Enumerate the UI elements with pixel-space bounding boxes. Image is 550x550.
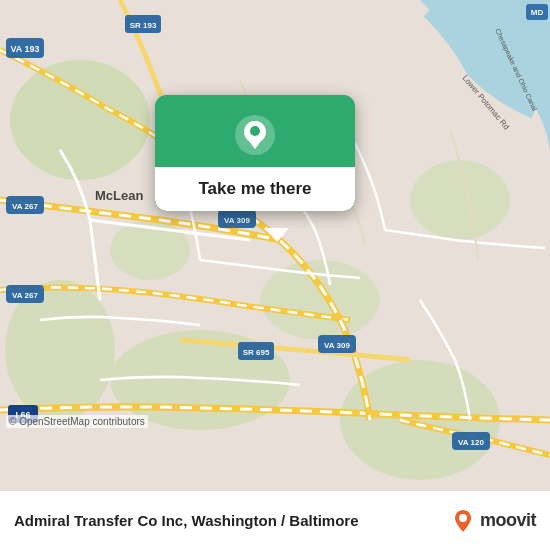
- popup-card[interactable]: Take me there: [155, 95, 355, 211]
- svg-text:SR 695: SR 695: [243, 348, 270, 357]
- svg-text:VA 193: VA 193: [10, 44, 39, 54]
- svg-text:McLean: McLean: [95, 188, 143, 203]
- svg-text:VA 267: VA 267: [12, 202, 38, 211]
- map-container: VA 193 SR 193 VA 267 VA 267 VA 309 VA 30…: [0, 0, 550, 490]
- svg-point-4: [260, 260, 380, 340]
- svg-point-6: [410, 160, 510, 240]
- svg-text:VA 309: VA 309: [324, 341, 350, 350]
- place-name: Admiral Transfer Co Inc, Washington / Ba…: [14, 512, 440, 529]
- popup-icon-area: [155, 95, 355, 167]
- popup-take-me-there-button[interactable]: Take me there: [155, 167, 355, 211]
- svg-text:MD: MD: [531, 8, 544, 17]
- moovit-pin-icon: [450, 508, 476, 534]
- svg-text:SR 193: SR 193: [130, 21, 157, 30]
- popup-tail: [265, 228, 289, 242]
- svg-text:VA 267: VA 267: [12, 291, 38, 300]
- location-pin-icon: [233, 113, 277, 157]
- svg-text:VA 120: VA 120: [458, 438, 484, 447]
- svg-text:VA 309: VA 309: [224, 216, 250, 225]
- moovit-brand-label: moovit: [480, 510, 536, 531]
- svg-point-33: [250, 126, 260, 136]
- map-attribution: © OpenStreetMap contributors: [6, 415, 148, 428]
- bottom-bar: Admiral Transfer Co Inc, Washington / Ba…: [0, 490, 550, 550]
- moovit-logo: moovit: [450, 508, 536, 534]
- svg-point-34: [459, 514, 467, 522]
